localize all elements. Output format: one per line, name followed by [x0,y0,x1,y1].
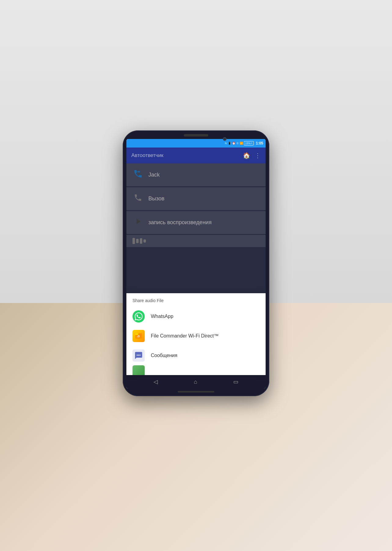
menu-item-playback[interactable]: запись воспроизведения [126,211,266,234]
phone-speaker [184,134,208,137]
svg-point-6 [138,355,139,356]
nav-bar: ◁ ⌂ ▭ [126,375,266,389]
alarm-icon: ⏰ [232,142,235,145]
battery-level: 15% [245,142,251,145]
toolbar-icons: 🏠 ⋮ [243,152,261,159]
vibrate-icon: 📳 [228,142,231,145]
menu-item-jack[interactable]: Jack [126,163,266,186]
status-bar: N 📳 ⏰ ① 📶 15%+ 1:05 [126,139,266,148]
share-sheet: Share audio File WhatsApp [126,293,266,375]
svg-point-3 [138,336,139,337]
jack-label: Jack [148,172,160,178]
messages-label: Сообщения [151,353,177,358]
play-icon [132,217,143,228]
battery-indicator: 15%+ [244,141,254,145]
svg-rect-1 [135,333,138,335]
file-commander-icon [132,330,145,342]
svg-point-5 [137,355,138,356]
phone-bumper [178,391,214,392]
svg-rect-4 [137,337,138,337]
whatsapp-icon [132,310,145,323]
share-item-whatsapp[interactable]: WhatsApp [126,307,266,326]
app-content: Jack Вызов запись воспроизведения [126,163,266,375]
home-button[interactable]: 🏠 [243,152,250,159]
share-item-file-commander[interactable]: File Commander Wi-Fi Direct™ [126,326,266,346]
more-options-button[interactable]: ⋮ [255,152,261,159]
nav-back-button[interactable]: ◁ [154,378,158,385]
svg-point-7 [140,355,141,356]
time-display: 1:05 [256,141,263,145]
signal-icon: 📶 [240,142,243,145]
vyzov-label: Вызов [148,195,165,202]
messages-icon [132,349,145,362]
phone-camera [223,137,227,141]
share-item-messages[interactable]: Сообщения [126,346,266,365]
phone-device: N 📳 ⏰ ① 📶 15%+ 1:05 Автоответчик 🏠 ⋮ [123,130,269,396]
phone-incoming-icon [132,169,143,181]
file-commander-label: File Commander Wi-Fi Direct™ [151,333,219,339]
nav-home-button[interactable]: ⌂ [194,379,197,385]
notification-icon: ① [236,142,239,145]
whatsapp-label: WhatsApp [151,314,173,319]
menu-item-vyzov[interactable]: Вызов [126,187,266,210]
menu-item-partial [126,235,266,247]
toolbar-title: Автоответчик [131,152,163,159]
phone-icon [132,193,143,204]
phone-screen: N 📳 ⏰ ① 📶 15%+ 1:05 Автоответчик 🏠 ⋮ [126,139,266,389]
nav-recent-button[interactable]: ▭ [233,378,238,385]
status-icons: N 📳 ⏰ ① 📶 15%+ 1:05 [225,141,263,145]
nfc-icon: N [225,142,227,145]
share-title: Share audio File [126,298,266,307]
app-toolbar: Автоответчик 🏠 ⋮ [126,148,266,163]
playback-label: запись воспроизведения [148,219,212,226]
